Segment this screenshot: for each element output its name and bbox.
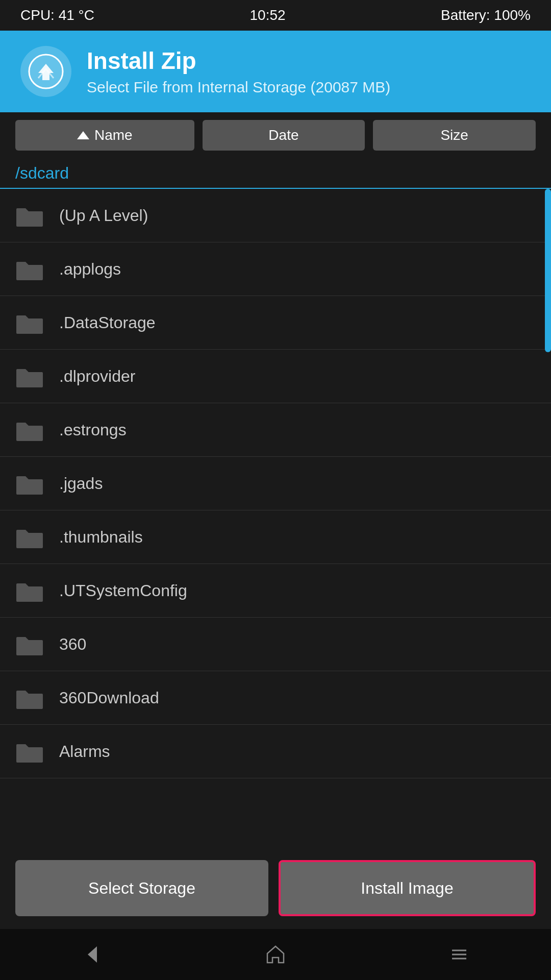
home-nav-button[interactable] xyxy=(259,938,292,971)
sort-name-label: Name xyxy=(94,127,133,143)
list-item[interactable]: .DataStorage xyxy=(0,296,551,350)
sort-size-button[interactable]: Size xyxy=(373,120,536,151)
cpu-status: CPU: 41 °C xyxy=(20,7,94,23)
sort-bar: Name Date Size xyxy=(0,112,551,158)
select-storage-button[interactable]: Select Storage xyxy=(15,860,268,916)
sort-name-button[interactable]: Name xyxy=(15,120,194,151)
header: Install Zip Select File from Internal St… xyxy=(0,31,551,112)
header-title: Install Zip xyxy=(87,47,390,75)
file-name: .estrongs xyxy=(59,421,127,439)
list-item[interactable]: Alarms xyxy=(0,725,551,778)
sort-arrow-icon xyxy=(77,131,89,139)
file-name: Alarms xyxy=(59,742,110,761)
file-name: .DataStorage xyxy=(59,313,156,332)
folder-icon xyxy=(15,685,44,710)
sort-size-label: Size xyxy=(440,127,468,143)
menu-nav-button[interactable] xyxy=(443,938,475,971)
folder-icon xyxy=(15,578,44,603)
battery-status: Battery: 100% xyxy=(441,7,531,23)
file-name: (Up A Level) xyxy=(59,206,148,225)
file-list: (Up A Level).applogs.DataStorage.dlprovi… xyxy=(0,189,551,791)
bottom-buttons: Select Storage Install Image xyxy=(0,847,551,929)
file-name: .jgads xyxy=(59,474,103,493)
back-icon xyxy=(81,943,103,966)
path-bar: /sdcard xyxy=(0,158,551,189)
header-text: Install Zip Select File from Internal St… xyxy=(87,47,390,96)
list-item[interactable]: .applogs xyxy=(0,242,551,296)
app-icon xyxy=(20,46,71,97)
sort-date-button[interactable]: Date xyxy=(203,120,365,151)
menu-icon xyxy=(448,943,470,966)
list-item[interactable]: 360Download xyxy=(0,671,551,725)
svg-marker-1 xyxy=(88,946,97,963)
list-item[interactable]: .thumbnails xyxy=(0,510,551,564)
file-name: 360Download xyxy=(59,689,159,707)
list-item[interactable]: .dlprovider xyxy=(0,350,551,403)
folder-icon xyxy=(15,471,44,496)
folder-icon xyxy=(15,632,44,656)
list-item[interactable]: .estrongs xyxy=(0,403,551,457)
sort-date-label: Date xyxy=(268,127,298,143)
file-name: .dlprovider xyxy=(59,367,135,386)
folder-icon xyxy=(15,310,44,335)
nav-bar xyxy=(0,929,551,980)
folder-icon xyxy=(15,525,44,549)
folder-icon xyxy=(15,739,44,764)
list-item[interactable]: (Up A Level) xyxy=(0,189,551,242)
list-item[interactable]: .UTSystemConfig xyxy=(0,564,551,618)
file-name: .UTSystemConfig xyxy=(59,581,187,600)
file-name: .thumbnails xyxy=(59,528,143,547)
file-list-container: (Up A Level).applogs.DataStorage.dlprovi… xyxy=(0,189,551,791)
folder-icon xyxy=(15,418,44,442)
back-nav-button[interactable] xyxy=(76,938,108,971)
header-subtitle: Select File from Internal Storage (20087… xyxy=(87,79,390,96)
list-item[interactable]: .jgads xyxy=(0,457,551,510)
file-name: 360 xyxy=(59,635,86,654)
folder-icon xyxy=(15,203,44,228)
list-item[interactable]: 360 xyxy=(0,618,551,671)
install-image-button[interactable]: Install Image xyxy=(279,860,536,916)
scroll-indicator xyxy=(545,189,551,352)
folder-icon xyxy=(15,257,44,281)
current-path: /sdcard xyxy=(15,164,69,183)
status-bar: CPU: 41 °C 10:52 Battery: 100% xyxy=(0,0,551,31)
time-status: 10:52 xyxy=(250,7,286,23)
folder-icon xyxy=(15,364,44,388)
home-icon xyxy=(264,943,287,966)
file-name: .applogs xyxy=(59,260,121,279)
